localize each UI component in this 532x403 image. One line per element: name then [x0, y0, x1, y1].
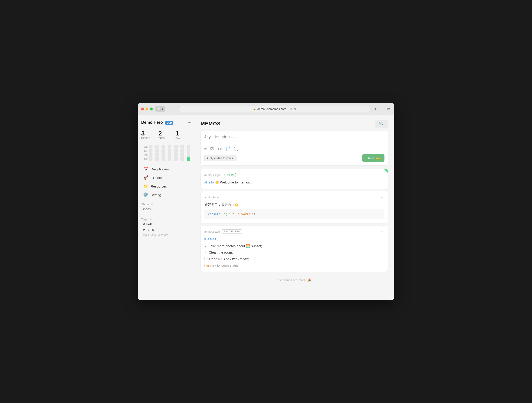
sidebar-toggle-button[interactable]: ⬜ ▾ [155, 106, 165, 111]
cal-cell[interactable] [180, 157, 184, 161]
todo-tag-link[interactable]: #TODO [204, 237, 216, 241]
stats-row: 3 MEMOS 2 TAGS 1 DAY [141, 130, 193, 140]
memo-more-button[interactable]: ··· [381, 229, 385, 234]
memo-time: an hour ago [204, 173, 220, 177]
compose-input[interactable] [204, 135, 385, 144]
add-tag-button[interactable]: ＋ [149, 217, 153, 221]
save-icon: ✍️ [376, 156, 380, 160]
forward-button[interactable]: › [173, 106, 176, 112]
memo-content: #Hello 👋 Welcome to memos. [204, 180, 385, 185]
cal-cell[interactable] [168, 145, 171, 149]
cal-cell[interactable] [161, 153, 165, 157]
search-button[interactable]: 🔍 [374, 120, 388, 128]
cal-cell[interactable] [155, 157, 159, 161]
nav-item-setting[interactable]: ⚙️ Setting [141, 191, 193, 199]
day-label: DAY [176, 137, 180, 140]
browser-chrome: ⬜ ▾ ‹ › 🔒 demo.usememos.com ⊞ ↻ ⬆ ＋ ⧉ [138, 103, 394, 115]
nav-label-explore: Explore [151, 176, 162, 180]
nav-item-resources[interactable]: 📁 Resources [141, 182, 193, 190]
cal-cell[interactable] [149, 153, 152, 157]
maximize-button[interactable] [150, 108, 153, 110]
cal-label-sat: Sat [141, 157, 148, 161]
back-button[interactable]: ‹ [168, 106, 171, 112]
cal-cell[interactable] [187, 153, 190, 157]
shortcut-item-inbox[interactable]: inbox [141, 206, 193, 212]
add-shortcut-button[interactable]: ＋ [155, 202, 159, 206]
cal-cell[interactable] [174, 153, 178, 157]
cal-cell[interactable] [161, 145, 165, 149]
cal-cell[interactable] [161, 149, 165, 153]
tag-item-hello[interactable]: # Hello [141, 221, 193, 227]
tabs-button[interactable]: ⧉ [386, 106, 391, 112]
memos-stat: 3 MEMOS [141, 130, 158, 140]
cal-cell[interactable] [168, 149, 171, 153]
cal-cell[interactable] [168, 153, 171, 157]
user-name: Demo Hero [141, 120, 163, 125]
tag-item-todo[interactable]: # TODO [141, 227, 193, 233]
cal-cell[interactable] [149, 157, 152, 161]
new-tab-button[interactable]: ＋ [379, 106, 385, 112]
visibility-selector[interactable]: Only visible to you ▾ [204, 155, 236, 161]
todo-hint: (👆 click to toggle status) [204, 263, 385, 268]
cal-cell-active[interactable] [187, 157, 190, 161]
memo-more-button[interactable]: ··· [381, 173, 385, 177]
cal-cell[interactable] [149, 145, 152, 149]
checkbox-tool-button[interactable]: ☑ [210, 147, 214, 151]
lock-icon: 🔒 [253, 108, 256, 110]
close-button[interactable] [141, 108, 144, 110]
todo-item-book[interactable]: Read 📖 The Little Prince; [204, 256, 385, 262]
expand-tool-button[interactable]: ⛶ [234, 147, 238, 151]
cal-cell[interactable] [155, 153, 159, 157]
cal-cell[interactable] [155, 149, 159, 153]
minimize-button[interactable] [146, 108, 148, 110]
sidebar-header: Demo Hero MOD ··· [141, 120, 193, 125]
nav-item-explore[interactable]: 🚀 Explore [141, 174, 193, 182]
code-dot: . [220, 212, 222, 216]
user-info: Demo Hero MOD [141, 120, 173, 125]
cal-cell[interactable] [180, 149, 184, 153]
memo-content: #TODO ✓ Take more photos about 🌅 sunset;… [204, 236, 385, 268]
memo-content: 好好学习，天天向上💪 console.log("Hello world!") [204, 202, 385, 219]
memo-time: a minute ago [204, 196, 221, 199]
code-tool-button[interactable]: <> [217, 147, 222, 151]
cal-cell[interactable] [149, 149, 152, 153]
save-button[interactable]: Save ✍️ [362, 154, 385, 162]
app-body: Demo Hero MOD ··· 3 MEMOS 2 TAGS 1 DAY [138, 115, 394, 300]
tags-section: Tags ＋ # Hello # TODO Input `#tag` to cr… [141, 215, 193, 238]
cal-cell[interactable] [187, 145, 190, 149]
tag-tool-button[interactable]: # [204, 147, 207, 151]
address-bar[interactable]: 🔒 demo.usememos.com ⊞ ↻ [179, 106, 370, 112]
day-count: 1 [176, 130, 179, 137]
shortcuts-label: Shortcuts [141, 203, 154, 206]
cal-cell[interactable] [174, 157, 178, 161]
code-block: console.log("Hello world!") [204, 209, 385, 219]
nav-item-daily-review[interactable]: 📅 Daily Review [141, 165, 193, 173]
share-button[interactable]: ⬆ [373, 106, 378, 112]
doc-tool-button[interactable]: 📄 [226, 147, 231, 151]
cal-cell[interactable] [174, 149, 178, 153]
compose-box: # ☑ <> 📄 ⛶ Only visible to you ▾ Save ✍️ [201, 131, 388, 165]
memo-time: an hour ago [204, 230, 220, 233]
cal-cell[interactable] [180, 145, 184, 149]
todo-item-photos[interactable]: ✓ Take more photos about 🌅 sunset; [204, 243, 385, 249]
memo-meta: a minute ago [204, 196, 221, 199]
url-text: demo.usememos.com [257, 107, 286, 111]
reload-icon[interactable]: ↻ [293, 107, 296, 111]
todo-item-room[interactable]: ✓ Clean the room; [204, 250, 385, 255]
cal-cell[interactable] [155, 145, 159, 149]
memo-more-button[interactable]: ··· [381, 195, 385, 200]
cal-cell[interactable] [174, 145, 178, 149]
cal-cell[interactable] [180, 153, 184, 157]
compose-toolbar: # ☑ <> 📄 ⛶ [204, 147, 385, 151]
cal-cell[interactable] [161, 157, 165, 161]
cal-label-tue: Tue [141, 149, 148, 153]
memo-tag-link[interactable]: #Hello [204, 180, 214, 184]
nav-label-resources: Resources [151, 184, 167, 188]
compose-footer: Only visible to you ▾ Save ✍️ [204, 154, 385, 162]
cal-cell[interactable] [187, 149, 190, 153]
check-icon: ✓ [204, 244, 207, 249]
browser-window: ⬜ ▾ ‹ › 🔒 demo.usememos.com ⊞ ↻ ⬆ ＋ ⧉ De… [138, 103, 394, 300]
cal-cell[interactable] [168, 157, 171, 161]
more-options-button[interactable]: ··· [186, 120, 193, 125]
visibility-label: Only visible to you [207, 156, 231, 160]
